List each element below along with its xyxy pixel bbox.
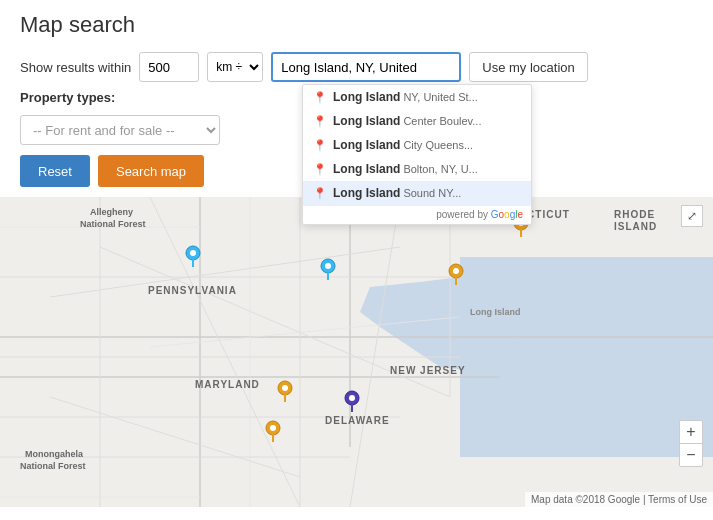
autocomplete-light-3: Bolton, NY, U... bbox=[400, 163, 477, 175]
map-pin-3 bbox=[447, 262, 465, 286]
pin-icon-3: 📍 bbox=[313, 163, 327, 176]
search-map-button[interactable]: Search map bbox=[98, 155, 204, 187]
search-row: Show results within km ÷ Use my location… bbox=[20, 52, 693, 82]
autocomplete-light-2: City Queens... bbox=[400, 139, 473, 151]
pin-icon-4: 📍 bbox=[313, 187, 327, 200]
map-pin-1 bbox=[184, 244, 202, 268]
map-label-allegheny: Allegheny bbox=[90, 207, 133, 217]
pin-icon-1: 📍 bbox=[313, 115, 327, 128]
map-background: Allegheny National Forest PENNSYLVANIA C… bbox=[0, 197, 713, 507]
map-pin-5 bbox=[276, 379, 294, 403]
property-type-select[interactable]: -- For rent and for sale -- bbox=[20, 115, 220, 145]
zoom-in-button[interactable]: + bbox=[680, 421, 702, 443]
autocomplete-item-3[interactable]: 📍 Long Island Bolton, NY, U... bbox=[303, 157, 531, 181]
autocomplete-bold-1: Long Island bbox=[333, 114, 400, 128]
map-label-monongahela: Monongahela bbox=[25, 449, 83, 459]
reset-button[interactable]: Reset bbox=[20, 155, 90, 187]
autocomplete-light-0: NY, United St... bbox=[400, 91, 477, 103]
map-pin-2 bbox=[319, 257, 337, 281]
map-label-new-jersey: NEW JERSEY bbox=[390, 365, 466, 376]
map-label-national-forest-2: National Forest bbox=[20, 461, 86, 471]
km-unit-select[interactable]: km ÷ bbox=[207, 52, 263, 82]
location-input[interactable] bbox=[271, 52, 461, 82]
distance-input[interactable] bbox=[139, 52, 199, 82]
autocomplete-bold-4: Long Island bbox=[333, 186, 400, 200]
autocomplete-light-4: Sound NY... bbox=[400, 187, 461, 199]
property-types-label: Property types: bbox=[20, 90, 115, 105]
map-svg bbox=[0, 197, 713, 507]
autocomplete-item-1[interactable]: 📍 Long Island Center Boulev... bbox=[303, 109, 531, 133]
svg-line-8 bbox=[150, 197, 300, 507]
map-label-national-forest-1: National Forest bbox=[80, 219, 146, 229]
svg-point-26 bbox=[325, 263, 331, 269]
svg-line-16 bbox=[50, 397, 300, 477]
use-location-button[interactable]: Use my location bbox=[469, 52, 587, 82]
autocomplete-item-4[interactable]: 📍 Long Island Sound NY... bbox=[303, 181, 531, 205]
map-label-pennsylvania: PENNSYLVANIA bbox=[148, 285, 237, 296]
autocomplete-bold-3: Long Island bbox=[333, 162, 400, 176]
svg-point-23 bbox=[190, 250, 196, 256]
show-results-label: Show results within bbox=[20, 60, 131, 75]
expand-button[interactable]: ⤢ bbox=[681, 205, 703, 227]
zoom-controls: + − bbox=[679, 420, 703, 467]
svg-point-38 bbox=[349, 395, 355, 401]
svg-point-41 bbox=[270, 425, 276, 431]
powered-by: powered by Google bbox=[303, 205, 531, 224]
autocomplete-dropdown: 📍 Long Island NY, United St... 📍 Long Is… bbox=[302, 84, 532, 225]
controls-area: Show results within km ÷ Use my location… bbox=[0, 46, 713, 197]
map-footer: Map data ©2018 Google | Terms of Use bbox=[525, 492, 713, 507]
svg-point-29 bbox=[453, 268, 459, 274]
google-logo: Google bbox=[491, 209, 523, 220]
autocomplete-item-0[interactable]: 📍 Long Island NY, United St... bbox=[303, 85, 531, 109]
map-label-maryland: MARYLAND bbox=[195, 379, 260, 390]
pin-icon-0: 📍 bbox=[313, 91, 327, 104]
map-pin-6 bbox=[343, 389, 361, 413]
map-label-long-island: Long Island bbox=[470, 307, 521, 317]
svg-line-9 bbox=[350, 197, 400, 507]
map-container: Allegheny National Forest PENNSYLVANIA C… bbox=[0, 197, 713, 507]
page-title: Map search bbox=[0, 0, 713, 46]
autocomplete-light-1: Center Boulev... bbox=[400, 115, 481, 127]
map-label-delaware: DELAWARE bbox=[325, 415, 390, 426]
autocomplete-bold-0: Long Island bbox=[333, 90, 400, 104]
pin-icon-2: 📍 bbox=[313, 139, 327, 152]
map-label-rhode: RHODE bbox=[614, 209, 655, 220]
autocomplete-item-2[interactable]: 📍 Long Island City Queens... bbox=[303, 133, 531, 157]
autocomplete-bold-2: Long Island bbox=[333, 138, 400, 152]
map-label-island: ISLAND bbox=[614, 221, 657, 232]
svg-point-35 bbox=[282, 385, 288, 391]
map-pin-7 bbox=[264, 419, 282, 443]
zoom-out-button[interactable]: − bbox=[680, 444, 702, 466]
